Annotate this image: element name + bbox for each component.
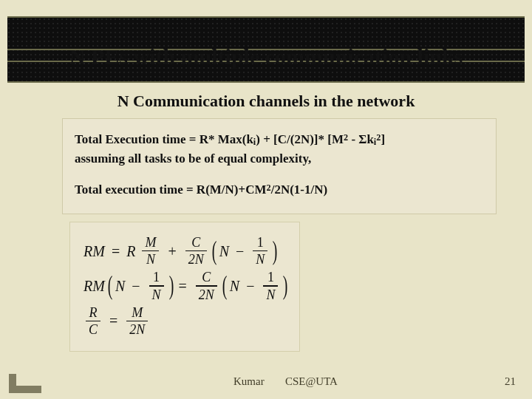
footer-page-number: 21	[505, 375, 516, 388]
footer-author: Kumar	[233, 375, 265, 388]
slide-footer: Kumar CSE@UTA 21	[0, 375, 532, 392]
equation-row-2: RM ( N − 1N ) = C2N ( N − 1N )	[83, 270, 286, 301]
equation-block: RM = R MN + C2N ( N − 1N ) RM ( N − 1N )…	[69, 222, 300, 352]
slide-title: N PEs with multiple communication links	[0, 44, 532, 69]
formula-text-box: Total Execution time = R* Max(ki) + [C/(…	[62, 118, 497, 214]
formula-line-2: assuming all tasks to be of equal comple…	[75, 150, 484, 168]
equation-row-3: RC = M2N	[83, 306, 286, 336]
slide-subtitle: N Communication channels in the network	[0, 92, 532, 111]
formula-line-1: Total Execution time = R* Max(ki) + [C/(…	[75, 131, 484, 149]
footer-course: CSE@UTA	[285, 375, 338, 388]
formula-line-3: Total execution time = R(M/N)+CM2/2N(1-1…	[75, 181, 484, 199]
equation-row-1: RM = R MN + C2N ( N − 1N )	[83, 236, 286, 266]
